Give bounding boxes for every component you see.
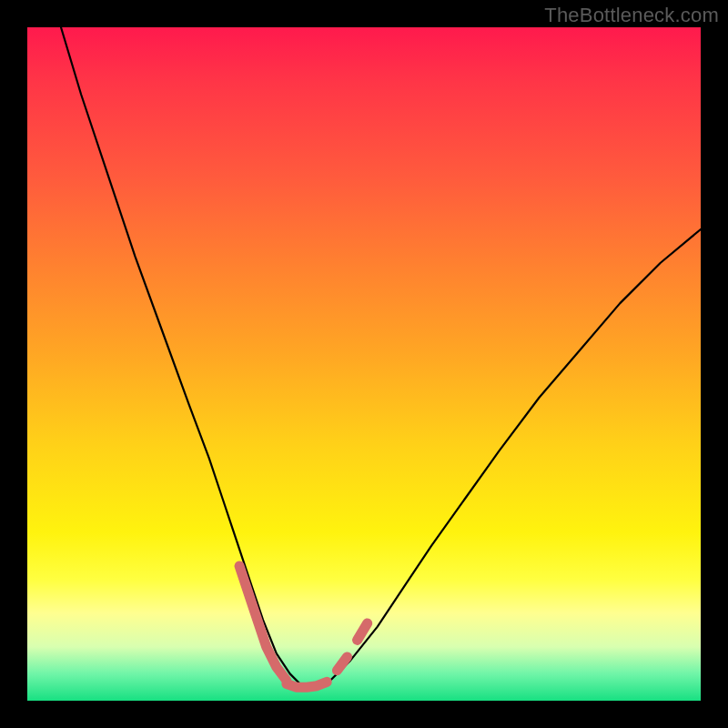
chart-svg [27, 27, 701, 701]
series-group [61, 27, 701, 687]
series-trough-marker-bottom [287, 682, 327, 687]
watermark-text: TheBottleneck.com [544, 4, 719, 27]
series-bottleneck-curve [61, 27, 701, 687]
plot-area [27, 27, 701, 701]
series-trough-marker-left [239, 566, 287, 681]
series-trough-marker-right-a [337, 657, 347, 671]
series-trough-marker-right-b [358, 623, 368, 641]
chart-frame: TheBottleneck.com [0, 0, 728, 728]
